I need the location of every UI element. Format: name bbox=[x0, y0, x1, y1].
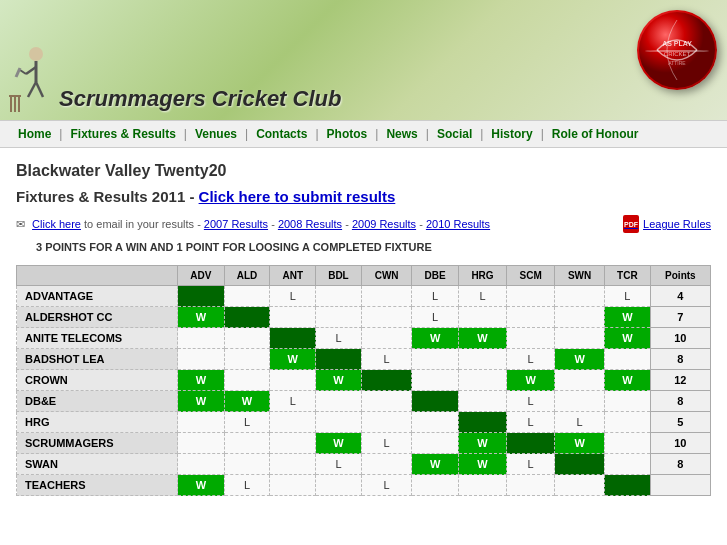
table-header-row: ADV ALD ANT BDL CWN DBE HRG SCM SWN TCR … bbox=[17, 266, 711, 286]
result-cell bbox=[555, 370, 605, 391]
result-cell bbox=[555, 307, 605, 328]
results-2009-link[interactable]: 2009 Results bbox=[352, 218, 416, 230]
email-text: to email in your results - bbox=[84, 218, 204, 230]
nav-home[interactable]: Home bbox=[10, 127, 59, 141]
result-cell bbox=[178, 412, 225, 433]
result-cell bbox=[224, 454, 270, 475]
result-cell: W bbox=[316, 433, 362, 454]
result-cell bbox=[555, 454, 605, 475]
points-notice: 3 POINTS FOR A WIN AND 1 POINT FOR LOOSI… bbox=[16, 241, 711, 253]
batsman-icon bbox=[8, 42, 53, 112]
result-cell: W bbox=[270, 349, 316, 370]
points-cell: 8 bbox=[650, 454, 710, 475]
col-ald: ALD bbox=[224, 266, 270, 286]
links-row: ✉ Click here to email in your results - … bbox=[16, 215, 711, 233]
points-cell: 8 bbox=[650, 349, 710, 370]
result-cell bbox=[316, 286, 362, 307]
result-cell bbox=[458, 370, 506, 391]
result-cell bbox=[361, 307, 412, 328]
result-cell: L bbox=[555, 412, 605, 433]
results-table: ADV ALD ANT BDL CWN DBE HRG SCM SWN TCR … bbox=[16, 265, 711, 496]
col-dbe: DBE bbox=[412, 266, 459, 286]
result-cell bbox=[507, 433, 555, 454]
team-name-cell: SWAN bbox=[17, 454, 178, 475]
result-cell bbox=[361, 391, 412, 412]
result-cell bbox=[361, 370, 412, 391]
result-cell: W bbox=[555, 349, 605, 370]
result-cell: W bbox=[178, 307, 225, 328]
email-link[interactable]: Click here bbox=[32, 218, 81, 230]
team-name-cell: SCRUMMAGERS bbox=[17, 433, 178, 454]
table-row: HRGLLL5 bbox=[17, 412, 711, 433]
points-cell: 10 bbox=[650, 328, 710, 349]
result-cell bbox=[507, 475, 555, 496]
nav-history[interactable]: History bbox=[483, 127, 540, 141]
pdf-icon: PDF bbox=[623, 215, 639, 233]
result-cell: L bbox=[507, 412, 555, 433]
result-cell bbox=[412, 412, 459, 433]
club-title: Scrummagers Cricket Club bbox=[59, 86, 341, 111]
svg-rect-1 bbox=[14, 97, 16, 112]
table-row: SWANLWWL8 bbox=[17, 454, 711, 475]
result-cell bbox=[178, 349, 225, 370]
nav-venues[interactable]: Venues bbox=[187, 127, 245, 141]
result-cell: W bbox=[458, 454, 506, 475]
nav-role-of-honour[interactable]: Role of Honour bbox=[544, 127, 647, 141]
result-cell bbox=[555, 391, 605, 412]
result-cell bbox=[224, 349, 270, 370]
result-cell: L bbox=[361, 349, 412, 370]
table-row: SCRUMMAGERSWLWW10 bbox=[17, 433, 711, 454]
col-cwn: CWN bbox=[361, 266, 412, 286]
team-name-cell: ANITE TELECOMS bbox=[17, 328, 178, 349]
col-points: Points bbox=[650, 266, 710, 286]
result-cell bbox=[361, 286, 412, 307]
result-cell bbox=[316, 349, 362, 370]
results-2007-link[interactable]: 2007 Results bbox=[204, 218, 268, 230]
table-row: BADSHOT LEAWLLW8 bbox=[17, 349, 711, 370]
nav-news[interactable]: News bbox=[378, 127, 425, 141]
result-cell bbox=[270, 475, 316, 496]
result-cell: W bbox=[604, 370, 650, 391]
svg-rect-2 bbox=[18, 97, 20, 112]
fixtures-heading: Fixtures & Results 2011 - Click here to … bbox=[16, 188, 711, 205]
svg-line-9 bbox=[28, 82, 36, 97]
result-cell bbox=[270, 433, 316, 454]
table-row: DB&EWWLL8 bbox=[17, 391, 711, 412]
result-cell bbox=[361, 412, 412, 433]
result-cell: W bbox=[178, 475, 225, 496]
league-rules-link[interactable]: PDF League Rules bbox=[623, 215, 711, 233]
email-icon: ✉ bbox=[16, 218, 25, 230]
result-cell: W bbox=[555, 433, 605, 454]
results-2008-link[interactable]: 2008 Results bbox=[278, 218, 342, 230]
result-cell: W bbox=[604, 307, 650, 328]
result-cell bbox=[361, 454, 412, 475]
result-cell: L bbox=[604, 286, 650, 307]
result-cell: L bbox=[458, 286, 506, 307]
result-cell: W bbox=[412, 328, 459, 349]
table-row: CROWNWWWW12 bbox=[17, 370, 711, 391]
table-row: TEACHERSWLL bbox=[17, 475, 711, 496]
result-cell bbox=[458, 391, 506, 412]
nav-social[interactable]: Social bbox=[429, 127, 480, 141]
result-cell bbox=[458, 307, 506, 328]
team-name-cell: DB&E bbox=[17, 391, 178, 412]
result-cell bbox=[507, 328, 555, 349]
result-cell: L bbox=[361, 475, 412, 496]
results-2010-link[interactable]: 2010 Results bbox=[426, 218, 490, 230]
submit-results-link[interactable]: Click here to submit results bbox=[199, 188, 396, 205]
col-scm: SCM bbox=[507, 266, 555, 286]
svg-rect-3 bbox=[9, 95, 21, 97]
svg-text:CRICKET: CRICKET bbox=[664, 51, 691, 57]
result-cell: L bbox=[507, 349, 555, 370]
col-tcr: TCR bbox=[604, 266, 650, 286]
nav-fixtures[interactable]: Fixtures & Results bbox=[62, 127, 183, 141]
nav-contacts[interactable]: Contacts bbox=[248, 127, 315, 141]
nav-photos[interactable]: Photos bbox=[319, 127, 376, 141]
result-cell: L bbox=[224, 475, 270, 496]
result-cell bbox=[270, 412, 316, 433]
result-cell bbox=[412, 370, 459, 391]
league-rules-label[interactable]: League Rules bbox=[643, 218, 711, 230]
result-cell bbox=[316, 307, 362, 328]
email-links: ✉ Click here to email in your results - … bbox=[16, 218, 490, 231]
page-title: Blackwater Valley Twenty20 bbox=[16, 162, 711, 180]
